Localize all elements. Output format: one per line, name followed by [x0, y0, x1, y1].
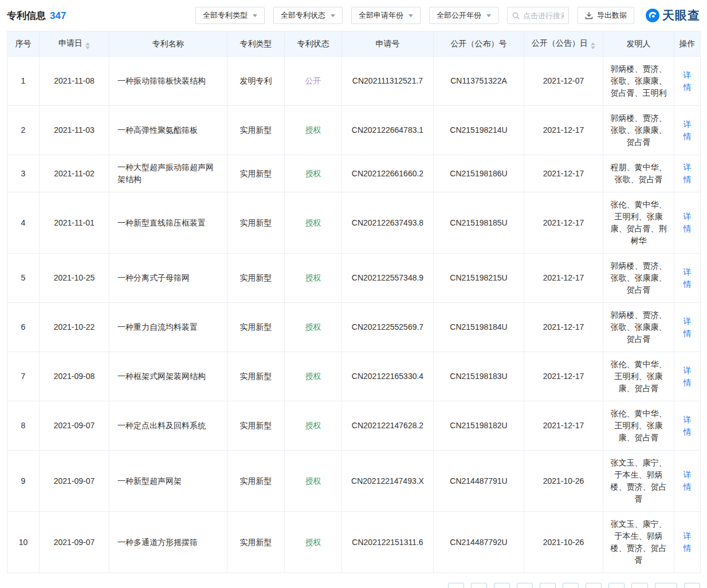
export-label: 导出数据 [597, 10, 627, 21]
tianyancha-logo-text: 天眼查 [662, 7, 700, 23]
patent-search-box[interactable] [507, 7, 569, 24]
application-number: CN202122661660.2 [342, 155, 434, 192]
title-wrap: 专利信息 347 [7, 9, 66, 22]
application-date: 2021-10-25 [40, 254, 109, 303]
patent-status-cell: 授权 [285, 155, 342, 192]
column-header-6: 申请号 [342, 31, 434, 57]
filter-label: 全部专利类型 [203, 10, 248, 21]
row-number: 3 [7, 155, 40, 192]
pagination-page-2[interactable]: 2 [448, 583, 464, 588]
publication-date: 2021-12-17 [524, 254, 603, 303]
pagination-page-9[interactable]: 9 [608, 583, 624, 588]
status-badge: 授权 [305, 476, 321, 486]
table-row: 42021-11-01一种新型直线筛压框装置实用新型授权CN2021226374… [7, 192, 701, 254]
filter-dropdown-4[interactable]: 全部公开年份 [429, 7, 498, 24]
patent-type: 实用新型 [227, 512, 285, 573]
inventors: 郭炳楼、贾济、张歌、张康康、贺占胥 [603, 106, 674, 155]
sort-icon[interactable] [591, 42, 595, 49]
row-number: 7 [7, 352, 40, 401]
pagination-page-4[interactable]: 4 [494, 583, 510, 588]
column-header-label: 专利类型 [240, 39, 272, 48]
column-header-8[interactable]: 公开（公告）日 [524, 31, 603, 57]
pagination-page-10[interactable]: 10 [631, 583, 647, 588]
export-data-button[interactable]: 导出数据 [578, 7, 634, 24]
application-date: 2021-10-22 [40, 303, 109, 352]
patent-type: 实用新型 [227, 192, 285, 254]
patent-count: 347 [50, 10, 66, 22]
operation-cell: 详情 [674, 254, 701, 303]
application-date: 2021-09-08 [40, 352, 109, 401]
sort-icon[interactable] [85, 42, 90, 49]
column-header-2[interactable]: 申请日 [40, 31, 109, 57]
pagination-page-8[interactable]: 8 [586, 583, 602, 588]
table-row: 92021-09-07一种新型超声网架实用新型授权CN202122147493.… [7, 451, 701, 512]
pagination-page-...35[interactable]: ...35 [655, 583, 677, 588]
operation-cell: 详情 [674, 451, 701, 512]
status-badge: 公开 [305, 76, 321, 85]
table-header-row: 序号申请日专利名称专利类型专利状态申请号公开（公布）号公开（公告）日发明人操作 [7, 31, 701, 57]
application-number: CN202122552569.7 [342, 303, 434, 352]
column-header-label: 序号 [15, 39, 32, 48]
column-header-label: 专利名称 [152, 39, 184, 48]
detail-link[interactable]: 详情 [684, 531, 692, 553]
pagination-page-7[interactable]: 7 [563, 583, 579, 588]
detail-link[interactable]: 详情 [684, 415, 692, 436]
tianyancha-logo-icon [645, 8, 660, 23]
patent-name: 一种振动筛筛板快装结构 [109, 57, 227, 106]
application-number: CN202122165330.4 [342, 352, 434, 401]
operation-cell: 详情 [674, 155, 701, 192]
detail-link[interactable]: 详情 [684, 317, 692, 338]
publication-number: CN214487791U [434, 451, 524, 512]
detail-link[interactable]: 详情 [684, 70, 692, 92]
application-date: 2021-11-01 [40, 192, 109, 254]
row-number: 4 [7, 192, 40, 254]
row-number: 9 [7, 451, 40, 512]
application-number: CN202122147493.X [342, 451, 434, 512]
download-icon [585, 11, 593, 19]
application-date: 2021-11-03 [40, 106, 109, 155]
next-page-button[interactable]: › [684, 583, 700, 588]
detail-link[interactable]: 详情 [684, 470, 692, 491]
operation-cell: 详情 [674, 401, 701, 451]
patent-name: 一种定点出料及回料系统 [109, 401, 227, 451]
patent-name: 一种重力自流均料装置 [109, 303, 227, 352]
application-number: CN202122147628.2 [342, 401, 434, 451]
patent-name: 一种分离式子母筛网 [109, 254, 227, 303]
table-row: 52021-10-25一种分离式子母筛网实用新型授权CN202122557348… [7, 254, 701, 303]
column-header-3: 专利名称 [109, 31, 227, 57]
status-badge: 授权 [305, 125, 321, 135]
filter-dropdown-1[interactable]: 全部专利类型 [195, 7, 265, 24]
filter-dropdown-3[interactable]: 全部申请年份 [351, 7, 421, 24]
detail-link[interactable]: 详情 [684, 212, 692, 233]
pagination-page-5[interactable]: 5 [517, 583, 533, 588]
inventors: 郭炳楼、贾济、张歌、张康康、贺占胥、王明利 [603, 57, 674, 106]
search-input[interactable] [523, 11, 564, 20]
status-badge: 授权 [305, 421, 321, 430]
detail-link[interactable]: 详情 [684, 163, 692, 184]
patent-status-cell: 授权 [285, 106, 342, 155]
patent-name: 一种新型超声网架 [109, 451, 227, 512]
pagination-page-3[interactable]: 3 [471, 583, 487, 588]
patent-type: 实用新型 [227, 352, 285, 401]
publication-number: CN215198214U [434, 106, 524, 155]
filter-dropdown-2[interactable]: 全部专利状态 [273, 7, 343, 24]
chevron-down-icon [486, 14, 491, 17]
column-header-label: 操作 [679, 39, 696, 48]
application-date: 2021-09-07 [40, 401, 109, 451]
publication-date: 2021-12-17 [524, 401, 603, 451]
status-badge: 授权 [305, 322, 321, 332]
publication-number: CN215198183U [434, 352, 524, 401]
patent-type: 实用新型 [227, 155, 285, 192]
detail-link[interactable]: 详情 [684, 120, 692, 141]
publication-date: 2021-10-26 [524, 512, 603, 573]
inventors: 张文玉、康宁、于本生、郭炳楼、贾济、贺占胥 [603, 512, 674, 573]
status-badge: 授权 [305, 169, 321, 178]
pagination-page-6[interactable]: 6 [540, 583, 556, 588]
detail-link[interactable]: 详情 [684, 366, 692, 387]
status-badge: 授权 [305, 273, 321, 282]
column-header-4: 专利类型 [227, 31, 285, 57]
patent-status-cell: 授权 [285, 451, 342, 512]
detail-link[interactable]: 详情 [684, 267, 692, 289]
publication-date: 2021-10-26 [524, 451, 603, 512]
patent-status-cell: 授权 [285, 192, 342, 254]
